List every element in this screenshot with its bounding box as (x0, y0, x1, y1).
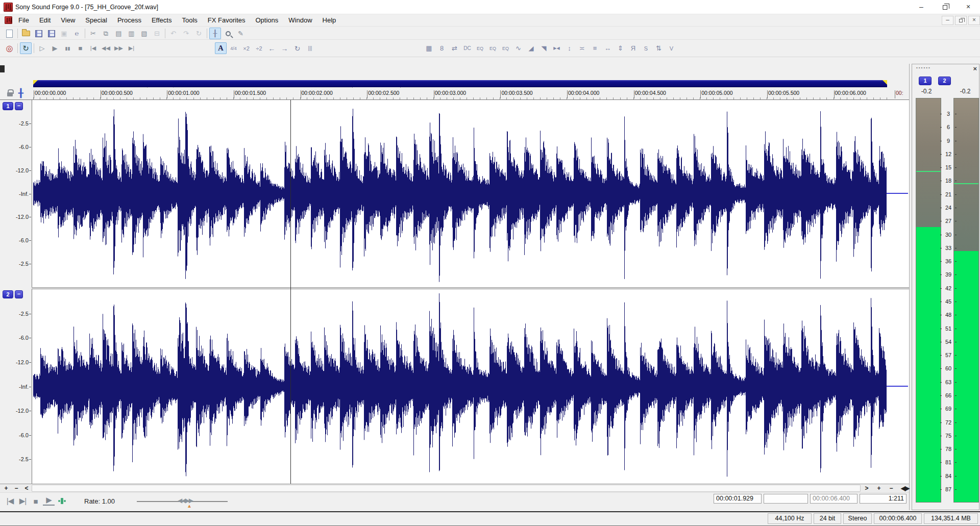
stop-button[interactable]: ■ (75, 42, 86, 54)
pan-expand-button[interactable]: ↔ (602, 42, 614, 54)
publish-button[interactable]: ℮ (71, 28, 83, 39)
shift-selection-right-button[interactable]: → (279, 42, 290, 54)
menu-effects[interactable]: Effects (146, 14, 177, 27)
zoom-out-button[interactable]: − (886, 485, 896, 492)
zoom-in-button[interactable]: + (874, 485, 884, 492)
meter-panel-close-button[interactable]: × (973, 65, 977, 72)
playbar-go-to-end-button[interactable]: ▶| (17, 495, 29, 507)
save-as-button[interactable] (45, 28, 57, 39)
menu-edit[interactable]: Edit (34, 14, 56, 27)
double-selection-button[interactable]: ×2 (240, 42, 252, 54)
resample-button[interactable]: ⇕ (615, 42, 626, 54)
selection-grid-lines-button[interactable]: ||| (304, 42, 316, 54)
channel-converter-button[interactable]: ⇄ (449, 42, 460, 54)
title-bar[interactable]: Sony Sound Forge 9.0 - [75_HH_Groove_20f… (0, 0, 980, 14)
auto-trim-crop-button[interactable]: ▦ (423, 42, 435, 54)
volume-button[interactable]: V (666, 42, 677, 54)
paste-special-button[interactable]: ▥ (126, 28, 137, 39)
lock-icon[interactable] (7, 92, 13, 96)
edit-tool-button[interactable]: ╂ (209, 28, 221, 39)
record-button[interactable]: ◎ (4, 42, 15, 54)
channel-1-badge[interactable]: 1 (3, 102, 13, 110)
level-meter-2[interactable] (953, 98, 979, 503)
horizontal-scrollbar[interactable]: + − < > + − ◀▶ (0, 484, 909, 493)
channel-mode-field[interactable]: Stereo (843, 513, 872, 524)
halve-selection-button[interactable]: ÷2 (253, 42, 265, 54)
magnify-tool-button[interactable] (222, 28, 234, 39)
repeat-button[interactable]: ↻ (193, 28, 205, 39)
save-button[interactable] (33, 28, 44, 39)
eq-graphic-button[interactable]: EQ (474, 42, 486, 54)
undo-button[interactable]: ↶ (167, 28, 179, 39)
scroll-left-button[interactable]: < (22, 485, 31, 492)
mute-button[interactable]: ≍ (576, 42, 588, 54)
zoom-out-time-button[interactable]: − (12, 485, 20, 492)
normalize-button[interactable]: ≡ (589, 42, 601, 54)
play-all-button[interactable]: ▷ (36, 42, 48, 54)
edit-tool-selector-icon[interactable]: ╂ (18, 88, 23, 98)
overview-start-marker-icon[interactable] (33, 80, 38, 85)
selection-start-box[interactable] (764, 494, 808, 504)
invert-flip-button[interactable]: ↕ (564, 42, 575, 54)
eq-parametric-button[interactable]: EQ (500, 42, 511, 54)
menu-options[interactable]: Options (250, 14, 283, 27)
channel-1-minimize-button[interactable]: − (15, 102, 23, 110)
pencil-tool-button[interactable]: ✎ (235, 28, 247, 39)
playbar-go-to-start-button[interactable]: |◀ (4, 495, 16, 507)
meter-channel-1-badge[interactable]: 1 (919, 77, 932, 85)
shift-selection-left-button[interactable]: ← (266, 42, 278, 54)
paste-to-new-button[interactable]: ▧ (138, 28, 150, 39)
channel-2-badge[interactable]: 2 (3, 290, 13, 298)
selection-length-box[interactable]: 1:211 (860, 494, 906, 504)
forward-button[interactable]: ▶▶ (113, 42, 125, 54)
fade-in-button[interactable]: ◢ (525, 42, 537, 54)
close-button[interactable]: × (957, 0, 980, 14)
insert-silence-button[interactable]: ▶◀ (551, 42, 562, 54)
time-ruler[interactable]: 00:00:00.00000:00:00.50000:00:01.00000:0… (0, 88, 909, 100)
channel-divider[interactable] (32, 287, 909, 289)
menu-file[interactable]: File (13, 14, 34, 27)
play-button[interactable]: ▶ (49, 42, 61, 54)
open-button[interactable] (20, 28, 32, 39)
reverse-button[interactable]: Я (627, 42, 639, 54)
maximize-button[interactable] (933, 0, 957, 14)
cursor-position-box[interactable]: 00:00:01.929 (714, 494, 762, 504)
sample-rate-field[interactable]: 44,100 Hz (768, 513, 812, 524)
menu-help[interactable]: Help (317, 14, 341, 27)
menu-window[interactable]: Window (283, 14, 317, 27)
overview-end-marker-icon[interactable] (883, 80, 887, 85)
scrollbar-thumb[interactable] (32, 485, 861, 492)
overview-bar[interactable] (33, 80, 887, 87)
new-file-button[interactable] (4, 28, 15, 39)
level-meter-1[interactable] (916, 98, 941, 503)
save-all-button[interactable]: ▣ (58, 28, 70, 39)
pane-splitter-handle[interactable]: ◀▶ (898, 485, 912, 492)
acid-properties-button[interactable]: A (215, 42, 227, 54)
cut-button[interactable]: ✂ (87, 28, 99, 39)
mdi-minimize-button[interactable]: – (942, 16, 953, 25)
meter-channel-2-badge[interactable]: 2 (938, 77, 951, 85)
menu-tools[interactable]: Tools (177, 14, 202, 27)
eq-paragraphic-button[interactable]: EQ (487, 42, 499, 54)
menu-process[interactable]: Process (112, 14, 146, 27)
pause-button[interactable]: ▮▮ (62, 42, 74, 54)
menu-view[interactable]: View (56, 14, 80, 27)
file-length-field[interactable]: 00:00:06.400 (874, 513, 922, 524)
go-to-end-button[interactable]: ▶| (126, 42, 137, 54)
waveform-channel-1[interactable] (32, 100, 887, 287)
rewind-button[interactable]: ◀◀ (100, 42, 112, 54)
mdi-restore-button[interactable] (955, 16, 967, 25)
loop-playback-button[interactable]: ↻ (20, 42, 32, 54)
zoom-in-time-button[interactable]: + (2, 485, 10, 492)
paste-button[interactable]: ▤ (113, 28, 125, 39)
fade-out-button[interactable]: ◥ (538, 42, 550, 54)
dc-offset-button[interactable]: DC (461, 42, 473, 54)
menu-fx-favorites[interactable]: FX Favorites (203, 14, 251, 27)
playbar-stop-button[interactable]: ■ (30, 495, 41, 507)
scrub-control-icon[interactable] (56, 495, 68, 507)
copy-button[interactable]: ⧉ (100, 28, 112, 39)
smooth-enhance-button[interactable]: S (640, 42, 652, 54)
document-icon[interactable] (5, 16, 12, 24)
bit-depth-field[interactable]: 24 bit (814, 513, 841, 524)
go-to-start-button[interactable]: |◀ (87, 42, 99, 54)
